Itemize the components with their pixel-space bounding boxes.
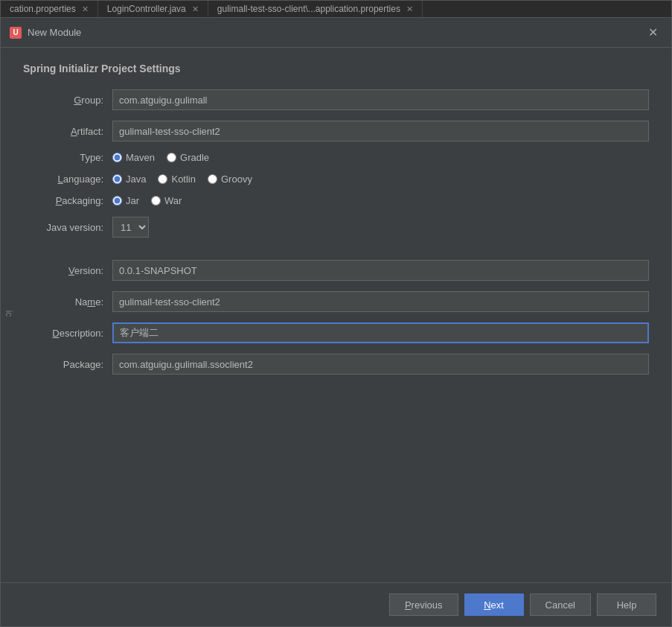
language-groovy-option[interactable]: Groovy — [208, 174, 252, 185]
type-gradle-radio[interactable] — [167, 153, 176, 162]
description-input[interactable] — [112, 322, 649, 343]
version-row: Version: — [23, 260, 649, 281]
type-row: Type: Maven Gradle — [23, 152, 649, 163]
tab-label: cation.properties — [10, 4, 76, 14]
title-bar-left: U New Module — [10, 27, 81, 39]
language-groovy-label: Groovy — [221, 174, 252, 185]
dialog-content: ic Spring Initializr Project Settings GG… — [1, 48, 671, 582]
version-input[interactable] — [112, 260, 649, 281]
type-label: Type: — [23, 152, 112, 163]
packaging-war-label: War — [164, 195, 182, 206]
package-row: Package: — [23, 354, 649, 375]
sidebar-text: ic — [4, 311, 14, 317]
language-label: Language: — [23, 174, 112, 185]
java-version-wrapper: 11 8 14 — [112, 217, 149, 238]
cancel-button[interactable]: Cancel — [530, 593, 591, 616]
next-label: Next — [484, 599, 504, 611]
version-label: Version: — [23, 265, 112, 276]
language-java-option[interactable]: Java — [112, 174, 146, 185]
tab-close-icon[interactable]: ✕ — [192, 4, 199, 14]
next-button[interactable]: Next — [464, 593, 524, 616]
language-java-radio[interactable] — [112, 174, 122, 184]
packaging-jar-radio[interactable] — [112, 196, 122, 206]
previous-label: Previous — [405, 599, 443, 611]
group-label: GGroup:roup: — [23, 95, 112, 106]
cancel-label: Cancel — [545, 599, 575, 611]
title-bar: U New Module ✕ — [1, 18, 671, 48]
packaging-war-option[interactable]: War — [151, 195, 182, 206]
new-module-dialog: cation.properties ✕ LoginController.java… — [0, 0, 672, 627]
language-kotlin-option[interactable]: Kotlin — [158, 174, 196, 185]
dialog-title: New Module — [28, 27, 81, 38]
language-java-label: Java — [126, 174, 146, 185]
artifact-row: Artifact: — [23, 121, 649, 141]
packaging-jar-option[interactable]: Jar — [112, 195, 139, 206]
tab-close-icon[interactable]: ✕ — [82, 4, 89, 14]
dialog-close-button[interactable]: ✕ — [644, 24, 662, 41]
packaging-war-radio[interactable] — [151, 196, 161, 206]
previous-button[interactable]: Previous — [389, 593, 458, 616]
tab-label: LoginController.java — [107, 4, 186, 14]
packaging-jar-label: Jar — [126, 195, 139, 206]
type-maven-radio[interactable] — [112, 153, 122, 162]
name-input[interactable] — [112, 291, 649, 312]
tab-bar: cation.properties ✕ LoginController.java… — [1, 1, 671, 18]
description-row: Description: — [23, 322, 649, 343]
tab-application-properties[interactable]: gulimall-test-sso-client\...application.… — [208, 1, 423, 17]
name-row: Name: — [23, 291, 649, 312]
help-button[interactable]: Help — [597, 593, 656, 616]
tab-login-controller[interactable]: LoginController.java ✕ — [98, 1, 208, 17]
group-row: GGroup:roup: — [23, 89, 649, 110]
packaging-label: Packaging: — [23, 195, 112, 206]
package-label: Package: — [23, 359, 112, 370]
artifact-label: Artifact: — [23, 126, 112, 137]
tab-close-icon[interactable]: ✕ — [406, 4, 413, 14]
java-version-label: Java version: — [23, 222, 112, 233]
type-gradle-label: Gradle — [180, 152, 209, 163]
group-input[interactable] — [112, 89, 649, 110]
language-radio-group: Java Kotlin Groovy — [112, 174, 649, 185]
java-version-select[interactable]: 11 8 14 — [112, 217, 149, 238]
section-title: Spring Initializr Project Settings — [23, 63, 649, 74]
packaging-radio-group: Jar War — [112, 195, 649, 206]
language-kotlin-radio[interactable] — [158, 174, 167, 184]
tab-label: gulimall-test-sso-client\...application.… — [217, 4, 400, 14]
language-kotlin-label: Kotlin — [171, 174, 196, 185]
type-maven-label: Maven — [126, 152, 155, 163]
tab-cation-properties[interactable]: cation.properties ✕ — [1, 1, 98, 17]
description-label: Description: — [23, 328, 112, 339]
java-version-row: Java version: 11 8 14 — [23, 217, 649, 238]
name-label: Name: — [23, 296, 112, 308]
artifact-input[interactable] — [112, 121, 649, 141]
language-groovy-radio[interactable] — [208, 174, 217, 184]
type-radio-group: Maven Gradle — [112, 152, 649, 163]
dialog-footer: Previous Next Cancel Help — [1, 582, 671, 626]
type-maven-option[interactable]: Maven — [112, 152, 155, 163]
help-label: Help — [617, 599, 637, 611]
packaging-row: Packaging: Jar War — [23, 195, 649, 206]
package-input[interactable] — [112, 354, 649, 375]
language-row: Language: Java Kotlin Groovy — [23, 174, 649, 185]
type-gradle-option[interactable]: Gradle — [167, 152, 209, 163]
dialog-icon: U — [10, 27, 22, 39]
